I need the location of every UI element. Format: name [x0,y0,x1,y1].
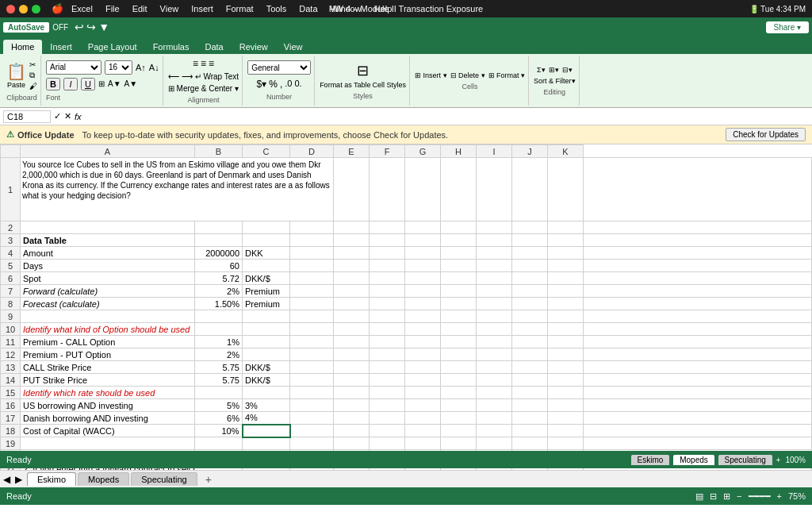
row-header-13[interactable]: 13 [1,361,21,374]
cell-styles-button[interactable]: Cell Styles [373,81,407,89]
row-header-8[interactable]: 8 [1,298,21,310]
cell-empty-4-5[interactable] [512,247,548,260]
cell-empty-9-5[interactable] [512,310,548,323]
cell-empty-3-1[interactable] [370,234,405,247]
menu-file[interactable]: File [105,4,120,13]
cell-c-18[interactable] [243,425,290,437]
cell-d-16[interactable] [290,399,334,412]
cell-empty-10-3[interactable] [441,323,477,336]
cell-b-5[interactable]: 60 [195,260,243,272]
cell-empty-17-7[interactable] [584,412,812,425]
formula-check-icon[interactable]: ✓ [54,111,61,121]
cell-empty-3-0[interactable] [334,234,370,247]
cell-empty-2-3[interactable] [441,221,477,234]
cell-empty-16-5[interactable] [512,399,548,412]
cell-d-10[interactable] [290,323,334,336]
cell-empty-1-4[interactable] [477,158,512,221]
cell-b-13[interactable]: 5.75 [195,361,243,374]
cell-empty-14-4[interactable] [477,374,512,387]
sheet-tab-eskimo[interactable]: Eskimo [27,472,76,486]
cell-empty-17-6[interactable] [548,412,584,425]
cell-empty-12-6[interactable] [548,348,584,361]
row-header-17[interactable]: 17 [1,412,21,425]
cell-empty-19-2[interactable] [405,437,441,450]
cell-empty-6-0[interactable] [334,272,370,285]
cell-empty-9-6[interactable] [548,310,584,323]
cell-empty-17-2[interactable] [405,412,441,425]
col-header-k[interactable]: K [548,145,584,158]
cell-a-14[interactable]: PUT Strike Price [21,374,195,387]
col-header-i[interactable]: I [477,145,512,158]
cell-a-2[interactable] [21,221,195,234]
row-header-7[interactable]: 7 [1,285,21,298]
cell-d-19[interactable] [290,437,334,450]
cell-empty-13-2[interactable] [405,361,441,374]
cell-empty-16-1[interactable] [370,399,405,412]
cell-b-19[interactable] [195,437,243,450]
row-header-16[interactable]: 16 [1,399,21,412]
cell-empty-15-5[interactable] [512,387,548,399]
cell-empty-12-4[interactable] [477,348,512,361]
cell-a-13[interactable]: CALL Strike Price [21,361,195,374]
cell-empty-10-6[interactable] [548,323,584,336]
cell-a-9[interactable] [21,310,195,323]
cell-empty-17-0[interactable] [334,412,370,425]
cell-empty-4-4[interactable] [477,247,512,260]
minimize-button[interactable] [19,5,28,13]
cell-a-18[interactable]: Cost of Capital (WACC) [21,425,195,437]
row-header-3[interactable]: 3 [1,234,21,247]
cell-b-12[interactable]: 2% [195,348,243,361]
increase-decimal-icon[interactable]: .0 [285,79,292,90]
cell-a-17[interactable]: Danish borrowing AND investing [21,412,195,425]
font-color-icon[interactable]: A▼ [124,79,138,88]
undo-icon[interactable]: ↩ [75,21,84,33]
format-painter-icon[interactable]: 🖌 [29,82,37,90]
cell-empty-12-2[interactable] [405,348,441,361]
cell-empty-19-7[interactable] [584,437,812,450]
add-sheet-button[interactable]: + [199,471,218,487]
clear-icon[interactable]: ⊟▾ [562,66,573,74]
cell-empty-7-0[interactable] [334,285,370,298]
tab-review[interactable]: Review [232,40,276,54]
cell-empty-13-0[interactable] [334,361,370,374]
cell-empty-17-1[interactable] [370,412,405,425]
cell-d-18[interactable] [290,425,334,437]
cell-d-2[interactable] [290,221,334,234]
decrease-font-icon[interactable]: A↓ [149,63,159,72]
cell-empty-15-0[interactable] [334,387,370,399]
cell-b-16[interactable]: 5% [195,399,243,412]
cell-empty-11-5[interactable] [512,336,548,348]
cell-empty-10-7[interactable] [584,323,812,336]
cell-empty-1-6[interactable] [548,158,584,221]
paste-button[interactable]: 📋 Paste [6,62,26,89]
row-header-11[interactable]: 11 [1,336,21,348]
cell-empty-16-2[interactable] [405,399,441,412]
col-header-e[interactable]: E [334,145,370,158]
cell-empty-8-6[interactable] [548,298,584,310]
fill-color-icon[interactable]: A▼ [108,79,121,88]
second-tab-eskimo[interactable]: Eskimo [631,455,670,465]
close-button[interactable] [6,5,15,13]
cell-empty-16-3[interactable] [441,399,477,412]
cell-c-13[interactable]: DKK/$ [243,361,290,374]
menu-format[interactable]: Format [226,4,254,13]
cell-empty-11-3[interactable] [441,336,477,348]
cell-empty-11-7[interactable] [584,336,812,348]
font-name-select[interactable]: Arial [46,60,102,75]
col-header-d[interactable]: D [290,145,334,158]
decrease-decimal-icon[interactable]: 0. [294,79,301,90]
cell-empty-4-7[interactable] [584,247,812,260]
col-header-a[interactable]: A [21,145,195,158]
cell-empty-11-0[interactable] [334,336,370,348]
cell-empty-13-4[interactable] [477,361,512,374]
border-icon[interactable]: ⊞ [98,79,105,88]
cell-a-7[interactable]: Forward (calculate) [21,285,195,298]
cell-empty-5-7[interactable] [584,260,812,272]
cell-empty-7-6[interactable] [548,285,584,298]
cell-empty-19-5[interactable] [512,437,548,450]
cell-empty-13-1[interactable] [370,361,405,374]
cell-empty-6-7[interactable] [584,272,812,285]
cell-b-11[interactable]: 1% [195,336,243,348]
cell-d-15[interactable] [290,387,334,399]
cell-c-11[interactable] [243,336,290,348]
